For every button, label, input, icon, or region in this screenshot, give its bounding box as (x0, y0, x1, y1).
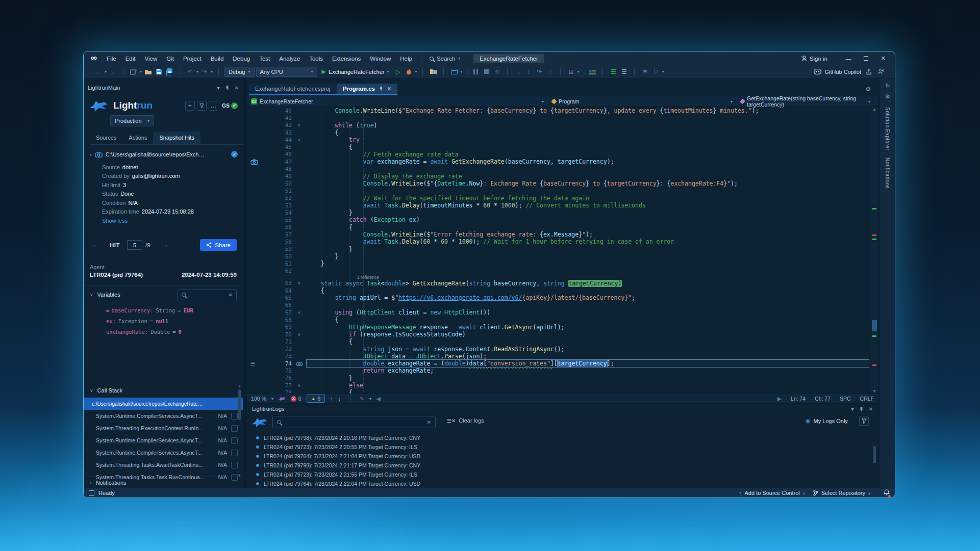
code-text[interactable] (307, 114, 869, 121)
code-text[interactable]: catch (Exception ex) (307, 216, 869, 223)
previous-hit-button[interactable]: ← (92, 241, 98, 249)
menu-edit[interactable]: Edit (121, 54, 140, 63)
code-line-68[interactable]: 68 { (247, 316, 878, 323)
scroll-down-icon[interactable]: ▼ (872, 389, 876, 393)
window-position-dropdown-icon[interactable]: ▾ (217, 85, 220, 91)
code-map-button[interactable]: ⊞ (566, 67, 575, 77)
snapshot-camera-icon[interactable] (296, 361, 303, 366)
code-line-73[interactable]: 73 JObject data = JObject.Parse(json); (247, 353, 878, 360)
stack-frame[interactable]: System.Runtime.CompilerServices.AsyncT..… (84, 447, 243, 459)
code-line-76[interactable]: 76 } (247, 375, 878, 382)
add-action-button[interactable]: + (185, 101, 195, 111)
code-text[interactable]: Console.WriteLine($"{DateTime.Now}: Exch… (307, 180, 869, 187)
lightrun-tab-sources[interactable]: Sources (90, 132, 122, 144)
line-number[interactable]: 54 (267, 209, 292, 216)
sign-in-button[interactable]: Sign in (800, 55, 827, 62)
next-issue-button[interactable]: ↓ (338, 396, 341, 402)
decrease-indent-button[interactable]: ☰ (609, 67, 618, 77)
fold-indicator[interactable]: ∨ (292, 310, 307, 315)
menu-analyze[interactable]: Analyze (274, 54, 305, 63)
fold-indicator[interactable] (292, 361, 307, 366)
line-number[interactable]: 64 (267, 287, 292, 294)
code-line-58[interactable]: 58 await Task.Delay(60 * 60 * 1000); // … (247, 238, 878, 245)
code-text[interactable] (307, 302, 869, 309)
clear-search-icon[interactable]: ✕ (427, 419, 431, 425)
code-line-44[interactable]: 44∨ try (247, 136, 878, 143)
code-text[interactable]: // Display the exchange rate (307, 173, 869, 180)
fold-indicator[interactable]: ∨ (292, 332, 307, 337)
code-line-57[interactable]: 57 Console.WriteLine($"Error fetching ex… (247, 231, 878, 238)
code-text[interactable]: { (307, 129, 869, 136)
notifications-section-header[interactable]: › Notifications (84, 477, 243, 488)
scroll-left-icon[interactable]: ◀ (376, 396, 381, 402)
chevron-down-icon[interactable]: ▾ (140, 69, 142, 74)
new-project-button[interactable] (129, 67, 138, 77)
close-icon[interactable]: ✕ (235, 85, 239, 91)
gear-icon[interactable]: ⚙ (865, 86, 871, 93)
tab-notifications[interactable]: Notifications (885, 158, 891, 189)
editor-scrollbar[interactable]: ▲ ▼ (871, 107, 878, 393)
menu-project[interactable]: Project (179, 54, 206, 63)
code-text[interactable]: } (307, 260, 869, 267)
code-line-67[interactable]: 67∨ using (HttpClient client = new HttpC… (247, 309, 878, 316)
code-line-75[interactable]: 75 return exchangeRate; (247, 367, 878, 374)
logs-search-input[interactable]: ✕ (272, 416, 436, 428)
line-number[interactable]: 46 (267, 151, 292, 158)
menu-test[interactable]: Test (255, 54, 274, 63)
code-text[interactable]: static async Task<double> GetExchangeRat… (307, 280, 869, 287)
code-text[interactable]: Console.WriteLine($"Error fetching excha… (307, 231, 869, 238)
line-number[interactable]: 76 (267, 375, 292, 381)
window-position-dropdown-icon[interactable]: ▾ (851, 406, 854, 412)
menu-tools[interactable]: Tools (305, 54, 328, 63)
code-text[interactable]: Console.WriteLine($"Exchange Rate Fetche… (307, 107, 869, 114)
chevron-down-icon[interactable]: ▾ (868, 96, 870, 107)
code-line-46[interactable]: 46 // Fetch exchange rate data (247, 151, 878, 158)
variables-section-header[interactable]: ∨ Variables ✕ (84, 288, 243, 301)
code-line-42[interactable]: 42∨ while (true) (247, 122, 878, 129)
chevron-down-icon[interactable]: ▾ (271, 397, 273, 401)
previous-issue-button[interactable]: ↑ (330, 396, 333, 402)
menu-git[interactable]: Git (162, 54, 179, 63)
chevron-down-icon[interactable]: ▾ (105, 69, 107, 74)
scrollbar-thumb[interactable] (872, 320, 877, 331)
code-line-71[interactable]: 71 { (247, 338, 878, 345)
line-number[interactable]: 65 (267, 295, 292, 301)
line-number[interactable]: 55 (267, 217, 292, 223)
code-text[interactable] (307, 165, 869, 172)
code-text[interactable]: var exchangeRate = await GetExchangeRate… (307, 158, 869, 165)
next-hit-button[interactable]: → (162, 241, 168, 249)
zoom-level[interactable]: 100 % (251, 396, 266, 402)
chevron-down-icon[interactable]: ▾ (211, 69, 213, 74)
code-line-41[interactable]: 41 (247, 114, 878, 121)
environment-dropdown[interactable]: Production ▾ (110, 115, 154, 126)
codelens-references[interactable]: 1 reference (247, 275, 878, 280)
chevron-down-icon[interactable]: ▾ (460, 69, 462, 74)
line-number[interactable]: 66 (267, 302, 292, 308)
github-copilot-label[interactable]: GitHub Copilot (824, 69, 861, 75)
code-text[interactable]: { (307, 338, 869, 345)
pin-icon[interactable] (859, 406, 864, 412)
line-number[interactable]: 62 (267, 268, 292, 274)
close-tab-icon[interactable]: ✕ (387, 86, 391, 91)
code-text[interactable]: double exchangeRate = (double)data["conv… (307, 360, 869, 367)
code-line-65[interactable]: 65 string apiUrl = $"https://v6.exchange… (247, 294, 878, 301)
line-number[interactable]: 41 (267, 115, 292, 121)
log-entry[interactable]: LTR024 (pid 79764): 7/23/2024 2:22:04 PM… (247, 479, 878, 486)
logs-filter-button[interactable] (859, 416, 869, 426)
line-number[interactable]: 53 (267, 202, 292, 209)
chevron-down-icon[interactable]: ▾ (369, 397, 371, 401)
gear-icon[interactable]: ⚙ (885, 93, 890, 100)
code-text[interactable]: { (307, 316, 869, 323)
line-number[interactable]: 73 (267, 353, 292, 359)
logs-scrollbar[interactable] (873, 432, 876, 483)
stack-frame[interactable]: c:\Users\galishalit\source\repos\Exchang… (84, 398, 243, 410)
log-entry[interactable]: LTR024 (pid 79764): 7/23/2024 2:21:04 PM… (247, 452, 878, 461)
lightrun-tab-snapshot-hits[interactable]: Snapshot Hits (153, 132, 200, 144)
toolbar-grip[interactable]: ⋮ (465, 69, 468, 74)
line-number[interactable]: 43 (267, 129, 292, 136)
toolbar-grip[interactable]: ⋮ (88, 69, 91, 74)
code-line-54[interactable]: 54 } (247, 209, 878, 216)
line-number[interactable]: 60 (267, 253, 292, 260)
scrollbar-thumb[interactable] (238, 389, 241, 420)
hit-index-input[interactable]: 5 (127, 240, 142, 250)
